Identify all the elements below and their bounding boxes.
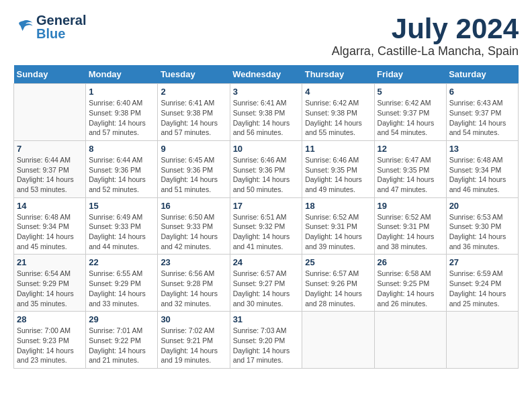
day-number: 3: [233, 87, 300, 97]
calendar-cell: [14, 84, 86, 141]
day-info: Sunrise: 6:47 AM Sunset: 9:35 PM Dayligh…: [378, 155, 443, 195]
day-info: Sunrise: 7:02 AM Sunset: 9:21 PM Dayligh…: [161, 326, 226, 365]
calendar-cell: 22Sunrise: 6:55 AM Sunset: 9:29 PM Dayli…: [86, 255, 158, 312]
title-area: July 2024 Algarra, Castille-La Mancha, S…: [332, 13, 519, 58]
day-number: 6: [449, 87, 515, 97]
calendar-cell: 25Sunrise: 6:57 AM Sunset: 9:26 PM Dayli…: [302, 255, 374, 312]
day-info: Sunrise: 6:41 AM Sunset: 9:38 PM Dayligh…: [233, 98, 300, 138]
logo-text: General Blue: [36, 13, 86, 40]
day-info: Sunrise: 6:48 AM Sunset: 9:34 PM Dayligh…: [449, 155, 515, 195]
day-number: 16: [161, 201, 226, 211]
day-number: 22: [89, 257, 154, 267]
calendar-cell: 9Sunrise: 6:45 AM Sunset: 9:36 PM Daylig…: [158, 140, 230, 197]
day-number: 12: [378, 144, 443, 154]
calendar-cell: 29Sunrise: 7:01 AM Sunset: 9:22 PM Dayli…: [86, 312, 158, 369]
day-info: Sunrise: 6:52 AM Sunset: 9:31 PM Dayligh…: [378, 212, 443, 252]
day-number: 14: [17, 201, 83, 211]
header-saturday: Saturday: [446, 65, 518, 84]
day-number: 4: [305, 87, 371, 97]
day-number: 21: [17, 257, 83, 267]
day-number: 2: [161, 87, 226, 97]
day-info: Sunrise: 6:52 AM Sunset: 9:31 PM Dayligh…: [305, 212, 371, 252]
day-number: 26: [378, 257, 443, 267]
day-info: Sunrise: 6:48 AM Sunset: 9:34 PM Dayligh…: [17, 212, 83, 252]
calendar-cell: 17Sunrise: 6:51 AM Sunset: 9:32 PM Dayli…: [230, 197, 302, 255]
day-number: 28: [17, 314, 83, 324]
header-monday: Monday: [86, 65, 158, 84]
calendar-cell: 15Sunrise: 6:49 AM Sunset: 9:33 PM Dayli…: [86, 197, 158, 255]
day-number: 15: [89, 201, 154, 211]
day-info: Sunrise: 6:44 AM Sunset: 9:37 PM Dayligh…: [17, 155, 83, 195]
calendar-cell: 26Sunrise: 6:58 AM Sunset: 9:25 PM Dayli…: [374, 255, 446, 312]
header-sunday: Sunday: [14, 65, 86, 84]
calendar-cell: 23Sunrise: 6:56 AM Sunset: 9:28 PM Dayli…: [158, 255, 230, 312]
header-tuesday: Tuesday: [158, 65, 230, 84]
day-info: Sunrise: 7:03 AM Sunset: 9:20 PM Dayligh…: [233, 326, 300, 365]
week-row-5: 28Sunrise: 7:00 AM Sunset: 9:23 PM Dayli…: [14, 312, 519, 369]
calendar-cell: [374, 312, 446, 369]
month-title: July 2024: [332, 13, 519, 44]
day-number: 9: [161, 144, 226, 154]
day-info: Sunrise: 6:54 AM Sunset: 9:29 PM Dayligh…: [17, 269, 83, 308]
calendar-cell: 7Sunrise: 6:44 AM Sunset: 9:37 PM Daylig…: [14, 140, 86, 197]
logo: General Blue: [13, 13, 86, 40]
day-info: Sunrise: 6:45 AM Sunset: 9:36 PM Dayligh…: [161, 155, 226, 195]
week-row-2: 7Sunrise: 6:44 AM Sunset: 9:37 PM Daylig…: [14, 140, 519, 197]
calendar-cell: 10Sunrise: 6:46 AM Sunset: 9:36 PM Dayli…: [230, 140, 302, 197]
day-number: 1: [89, 87, 154, 97]
day-number: 31: [233, 314, 300, 324]
day-info: Sunrise: 6:51 AM Sunset: 9:32 PM Dayligh…: [233, 212, 300, 252]
day-number: 24: [233, 257, 300, 267]
calendar-cell: 24Sunrise: 6:57 AM Sunset: 9:27 PM Dayli…: [230, 255, 302, 312]
day-number: 29: [89, 314, 154, 324]
day-info: Sunrise: 6:53 AM Sunset: 9:30 PM Dayligh…: [449, 212, 515, 252]
week-row-3: 14Sunrise: 6:48 AM Sunset: 9:34 PM Dayli…: [14, 197, 519, 255]
calendar-cell: [302, 312, 374, 369]
calendar-cell: 31Sunrise: 7:03 AM Sunset: 9:20 PM Dayli…: [230, 312, 302, 369]
logo-blue: Blue: [36, 27, 86, 40]
calendar-cell: 13Sunrise: 6:48 AM Sunset: 9:34 PM Dayli…: [446, 140, 518, 197]
day-info: Sunrise: 6:40 AM Sunset: 9:38 PM Dayligh…: [89, 98, 154, 138]
day-number: 10: [233, 144, 300, 154]
day-number: 5: [378, 87, 443, 97]
day-info: Sunrise: 6:58 AM Sunset: 9:25 PM Dayligh…: [378, 269, 443, 308]
day-info: Sunrise: 6:42 AM Sunset: 9:37 PM Dayligh…: [378, 98, 443, 138]
logo-icon: [13, 17, 34, 37]
calendar-cell: 2Sunrise: 6:41 AM Sunset: 9:38 PM Daylig…: [158, 84, 230, 141]
calendar-cell: 30Sunrise: 7:02 AM Sunset: 9:21 PM Dayli…: [158, 312, 230, 369]
calendar-cell: 14Sunrise: 6:48 AM Sunset: 9:34 PM Dayli…: [14, 197, 86, 255]
page-header: General Blue July 2024 Algarra, Castille…: [13, 13, 519, 58]
calendar-cell: 4Sunrise: 6:42 AM Sunset: 9:38 PM Daylig…: [302, 84, 374, 141]
header-friday: Friday: [374, 65, 446, 84]
calendar-cell: [446, 312, 518, 369]
calendar-cell: 27Sunrise: 6:59 AM Sunset: 9:24 PM Dayli…: [446, 255, 518, 312]
location-title: Algarra, Castille-La Mancha, Spain: [332, 44, 519, 58]
calendar-cell: 3Sunrise: 6:41 AM Sunset: 9:38 PM Daylig…: [230, 84, 302, 141]
day-info: Sunrise: 7:01 AM Sunset: 9:22 PM Dayligh…: [89, 326, 154, 365]
day-info: Sunrise: 6:43 AM Sunset: 9:37 PM Dayligh…: [449, 98, 515, 138]
day-number: 13: [449, 144, 515, 154]
day-info: Sunrise: 7:00 AM Sunset: 9:23 PM Dayligh…: [17, 326, 83, 365]
calendar-cell: 12Sunrise: 6:47 AM Sunset: 9:35 PM Dayli…: [374, 140, 446, 197]
day-number: 17: [233, 201, 300, 211]
calendar-cell: 18Sunrise: 6:52 AM Sunset: 9:31 PM Dayli…: [302, 197, 374, 255]
day-number: 27: [449, 257, 515, 267]
day-info: Sunrise: 6:46 AM Sunset: 9:35 PM Dayligh…: [305, 155, 371, 195]
week-row-4: 21Sunrise: 6:54 AM Sunset: 9:29 PM Dayli…: [14, 255, 519, 312]
calendar-table: SundayMondayTuesdayWednesdayThursdayFrid…: [13, 65, 519, 369]
logo-general: General: [36, 13, 86, 27]
day-info: Sunrise: 6:59 AM Sunset: 9:24 PM Dayligh…: [449, 269, 515, 308]
day-info: Sunrise: 6:55 AM Sunset: 9:29 PM Dayligh…: [89, 269, 154, 308]
calendar-cell: 19Sunrise: 6:52 AM Sunset: 9:31 PM Dayli…: [374, 197, 446, 255]
day-info: Sunrise: 6:42 AM Sunset: 9:38 PM Dayligh…: [305, 98, 371, 138]
day-info: Sunrise: 6:41 AM Sunset: 9:38 PM Dayligh…: [161, 98, 226, 138]
day-number: 7: [17, 144, 83, 154]
header-thursday: Thursday: [302, 65, 374, 84]
day-info: Sunrise: 6:50 AM Sunset: 9:33 PM Dayligh…: [161, 212, 226, 252]
header-row: SundayMondayTuesdayWednesdayThursdayFrid…: [14, 65, 519, 84]
day-number: 19: [378, 201, 443, 211]
day-info: Sunrise: 6:56 AM Sunset: 9:28 PM Dayligh…: [161, 269, 226, 308]
header-wednesday: Wednesday: [230, 65, 302, 84]
day-info: Sunrise: 6:57 AM Sunset: 9:26 PM Dayligh…: [305, 269, 371, 308]
day-number: 18: [305, 201, 371, 211]
